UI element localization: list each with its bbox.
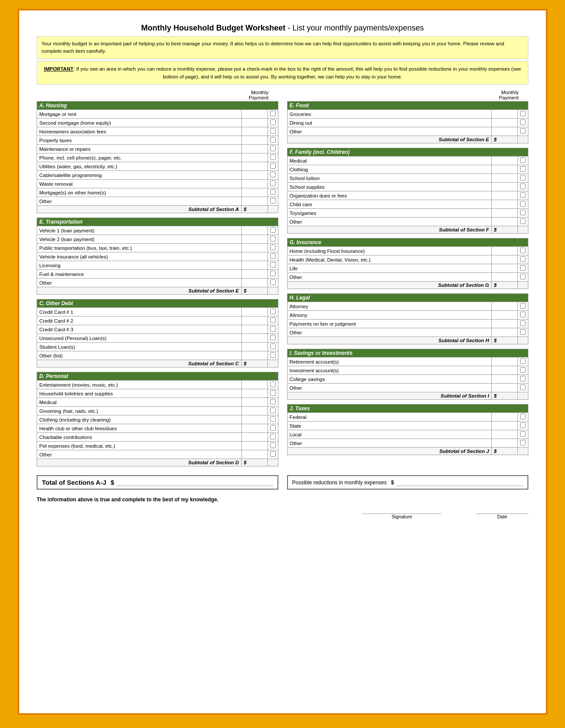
retirement-input[interactable]	[494, 358, 515, 365]
lien-check[interactable]	[520, 320, 526, 326]
pet-check[interactable]	[270, 442, 276, 448]
charitable-check[interactable]	[270, 434, 276, 439]
state-tax-check[interactable]	[520, 422, 526, 428]
food-other-check[interactable]	[520, 128, 526, 134]
life-insurance-input[interactable]	[494, 265, 515, 272]
other-mortgage-input[interactable]	[244, 189, 265, 196]
housing-other-input[interactable]	[244, 198, 265, 204]
org-dues-check[interactable]	[520, 192, 526, 198]
f-clothing-check[interactable]	[520, 166, 526, 172]
state-tax-input[interactable]	[494, 422, 515, 429]
home-insurance-check[interactable]	[520, 248, 526, 253]
cc1-check[interactable]	[270, 309, 276, 314]
second-mortgage-input[interactable]	[244, 119, 265, 126]
investment-check[interactable]	[520, 367, 526, 373]
j-other-input[interactable]	[494, 440, 515, 446]
cc2-check[interactable]	[270, 317, 276, 323]
local-tax-input[interactable]	[494, 431, 515, 438]
fuel-check[interactable]	[270, 271, 276, 276]
retirement-check[interactable]	[520, 358, 526, 364]
org-dues-input[interactable]	[494, 192, 515, 199]
student-loan-input[interactable]	[244, 344, 265, 350]
hoa-input[interactable]	[244, 128, 265, 135]
school-supplies-check[interactable]	[520, 184, 526, 189]
life-insurance-check[interactable]	[520, 265, 526, 271]
student-loan-check[interactable]	[270, 344, 276, 349]
vehicle-insurance-check[interactable]	[270, 253, 276, 259]
cc3-check[interactable]	[270, 326, 276, 332]
investment-input[interactable]	[494, 367, 515, 374]
cable-check[interactable]	[270, 172, 276, 177]
other-debt-input[interactable]	[244, 352, 265, 359]
licensing-check[interactable]	[270, 262, 276, 268]
mortgage-rent-input[interactable]	[244, 111, 265, 117]
alimony-check[interactable]	[520, 312, 526, 317]
f-medical-input[interactable]	[494, 157, 515, 164]
alimony-input[interactable]	[494, 312, 515, 318]
f-clothing-input[interactable]	[494, 166, 515, 173]
health-club-input[interactable]	[244, 425, 265, 432]
public-transport-check[interactable]	[270, 245, 276, 250]
toys-check[interactable]	[520, 210, 526, 215]
toys-input[interactable]	[494, 210, 515, 216]
other-mortgage-check[interactable]	[270, 189, 276, 195]
phone-input[interactable]	[244, 154, 265, 161]
school-tuition-input[interactable]	[494, 175, 515, 181]
d-medical-input[interactable]	[244, 399, 265, 405]
g-other-check[interactable]	[520, 274, 526, 279]
entertainment-check[interactable]	[270, 381, 276, 387]
grooming-check[interactable]	[270, 408, 276, 413]
fuel-input[interactable]	[244, 271, 265, 277]
property-taxes-check[interactable]	[270, 137, 276, 143]
i-other-check[interactable]	[520, 384, 526, 390]
licensing-input[interactable]	[244, 262, 265, 269]
cc1-input[interactable]	[244, 309, 265, 315]
household-supplies-check[interactable]	[270, 390, 276, 396]
f-medical-check[interactable]	[520, 157, 526, 163]
attorney-check[interactable]	[520, 303, 526, 309]
health-insurance-input[interactable]	[494, 256, 515, 263]
f-other-input[interactable]	[494, 218, 515, 225]
health-club-check[interactable]	[270, 425, 276, 431]
transport-other-input[interactable]	[244, 279, 265, 286]
groceries-check[interactable]	[520, 111, 526, 116]
d-other-check[interactable]	[270, 451, 276, 457]
other-debt-check[interactable]	[270, 352, 276, 358]
personal-loan-check[interactable]	[270, 335, 276, 340]
school-tuition-check[interactable]	[520, 175, 526, 180]
possible-reductions-input[interactable]	[396, 479, 523, 486]
college-savings-input[interactable]	[494, 376, 515, 382]
d-other-input[interactable]	[244, 451, 265, 458]
waste-check[interactable]	[270, 180, 276, 186]
cc3-input[interactable]	[244, 326, 265, 333]
federal-tax-input[interactable]	[494, 414, 515, 420]
h-other-input[interactable]	[494, 329, 515, 336]
phone-check[interactable]	[270, 154, 276, 160]
lien-input[interactable]	[494, 320, 515, 327]
school-supplies-input[interactable]	[494, 184, 515, 190]
pet-input[interactable]	[244, 442, 265, 449]
property-taxes-input[interactable]	[244, 137, 265, 143]
childcare-input[interactable]	[494, 201, 515, 208]
d-clothing-check[interactable]	[270, 416, 276, 422]
federal-tax-check[interactable]	[520, 414, 526, 419]
total-input[interactable]	[116, 479, 273, 486]
second-mortgage-check[interactable]	[270, 119, 276, 125]
local-tax-check[interactable]	[520, 431, 526, 437]
household-supplies-input[interactable]	[244, 390, 265, 397]
housing-other-check[interactable]	[270, 198, 276, 204]
health-insurance-check[interactable]	[520, 256, 526, 262]
transport-other-check[interactable]	[270, 279, 276, 285]
h-other-check[interactable]	[520, 329, 526, 335]
food-other-input[interactable]	[494, 128, 515, 135]
college-savings-check[interactable]	[520, 376, 526, 381]
vehicle1-input[interactable]	[244, 227, 265, 234]
mortgage-rent-check[interactable]	[270, 111, 276, 116]
home-insurance-input[interactable]	[494, 248, 515, 254]
i-other-input[interactable]	[494, 384, 515, 391]
cable-input[interactable]	[244, 172, 265, 178]
vehicle-insurance-input[interactable]	[244, 253, 265, 260]
personal-loan-input[interactable]	[244, 335, 265, 341]
f-other-check[interactable]	[520, 218, 526, 224]
vehicle1-check[interactable]	[270, 227, 276, 233]
